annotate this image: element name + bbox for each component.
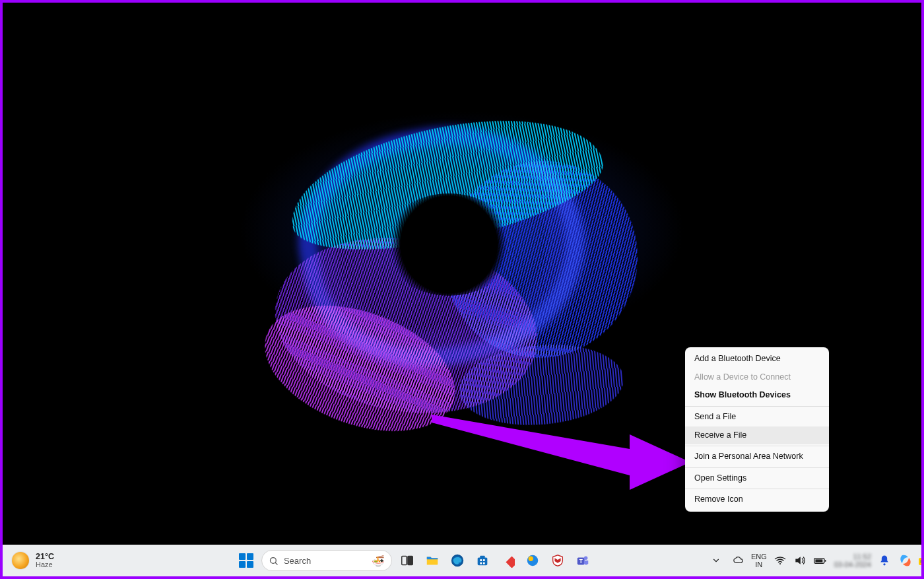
svg-rect-19 (824, 560, 826, 562)
app-globe-button[interactable] (523, 551, 543, 570)
svg-point-17 (779, 563, 781, 564)
copilot-button[interactable]: PRE (898, 553, 913, 568)
language-top: ENG (751, 553, 767, 561)
svg-rect-5 (478, 557, 488, 565)
weather-widget[interactable]: 21°C Haze (3, 552, 121, 569)
language-bottom: IN (751, 561, 767, 568)
weather-desc: Haze (36, 561, 54, 569)
battery-tray-icon[interactable] (813, 551, 828, 570)
search-icon (269, 556, 279, 566)
search-placeholder: Search (284, 556, 311, 566)
onedrive-tray-icon[interactable] (731, 551, 744, 570)
ctx-separator (685, 406, 829, 407)
ctx-join-pan[interactable]: Join a Personal Area Network (685, 448, 829, 466)
speaker-tray-icon[interactable] (793, 551, 807, 570)
wallpaper-graphic (248, 108, 617, 385)
weather-icon (12, 552, 29, 569)
language-indicator[interactable]: ENG IN (751, 553, 767, 568)
microsoft-store-button[interactable] (473, 551, 492, 570)
copilot-badge: PRE (919, 558, 924, 565)
date-text: 03-04-2024 (834, 561, 871, 568)
search-suggestion-icon: 🍜 (372, 555, 385, 567)
taskbar: 21°C Haze Search 🍜 (3, 545, 921, 576)
svg-point-16 (584, 557, 588, 561)
svg-point-13 (529, 557, 533, 561)
ctx-show-devices[interactable]: Show Bluetooth Devices (685, 386, 829, 405)
desktop-wallpaper[interactable]: Add a Bluetooth Device Allow a Device to… (3, 3, 921, 545)
svg-rect-10 (483, 562, 485, 564)
ctx-open-settings[interactable]: Open Settings (685, 469, 829, 488)
svg-rect-11 (506, 557, 515, 568)
ctx-separator (685, 467, 829, 468)
ctx-separator (685, 446, 829, 446)
ctx-allow-connect: Allow a Device to Connect (685, 368, 829, 387)
svg-rect-7 (480, 559, 482, 561)
svg-marker-0 (432, 415, 690, 490)
mcafee-button[interactable] (548, 551, 568, 570)
clock[interactable]: 11:52 03-04-2024 (834, 553, 871, 568)
svg-rect-20 (815, 559, 822, 562)
svg-point-12 (527, 555, 539, 566)
svg-rect-8 (483, 559, 485, 561)
tray-overflow-button[interactable] (708, 552, 725, 569)
time-text: 11:52 (834, 553, 871, 561)
search-box[interactable]: Search 🍜 (261, 550, 392, 571)
teams-button[interactable]: T (573, 551, 593, 570)
ctx-remove-icon[interactable]: Remove Icon (685, 491, 829, 509)
svg-text:T: T (579, 559, 583, 564)
ctx-separator (685, 489, 829, 489)
task-view-button[interactable] (397, 551, 417, 570)
ctx-receive-file[interactable]: Receive a File (685, 426, 829, 445)
app-red-diamond-button[interactable] (498, 551, 517, 570)
svg-point-1 (270, 557, 276, 563)
bluetooth-context-menu: Add a Bluetooth Device Allow a Device to… (685, 347, 829, 512)
edge-button[interactable] (447, 551, 467, 570)
ctx-send-file[interactable]: Send a File (685, 408, 829, 426)
svg-point-21 (883, 563, 885, 565)
wifi-tray-icon[interactable] (774, 551, 787, 570)
svg-rect-2 (402, 557, 407, 565)
start-button[interactable] (236, 551, 256, 570)
file-explorer-button[interactable] (422, 551, 442, 570)
notification-bell-icon[interactable] (878, 551, 891, 570)
weather-temp: 21°C (36, 553, 54, 561)
svg-rect-3 (408, 557, 412, 565)
ctx-add-device[interactable]: Add a Bluetooth Device (685, 350, 829, 368)
svg-rect-6 (480, 556, 484, 559)
svg-rect-9 (480, 562, 482, 564)
